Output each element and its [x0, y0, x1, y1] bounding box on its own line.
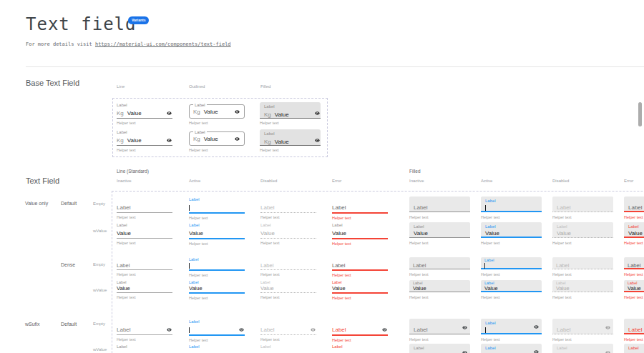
field-input[interactable]: Value	[556, 285, 610, 292]
input-underline	[117, 145, 172, 146]
field-input[interactable]: Label	[413, 262, 467, 269]
field-input[interactable]	[189, 203, 245, 212]
filled-box[interactable]: Label	[481, 319, 542, 334]
outlined-box[interactable]: LabelKgValue	[189, 131, 245, 146]
field-input[interactable]: Value	[189, 285, 245, 292]
visibility-eye-icon[interactable]	[239, 327, 244, 332]
field-input[interactable]: Label	[414, 204, 466, 212]
field-input[interactable]	[485, 204, 537, 212]
field-input[interactable]: Label	[332, 203, 388, 212]
field-input[interactable]: Value	[332, 285, 388, 292]
field-input[interactable]: Value	[117, 285, 172, 292]
field-input[interactable]	[189, 325, 245, 334]
field-mini-label: Label	[189, 344, 245, 350]
field-input[interactable]: Label	[557, 204, 609, 212]
field-input[interactable]: Value	[260, 229, 316, 238]
field-input[interactable]: Value	[628, 285, 644, 292]
filled-box[interactable]: LabelValue	[481, 344, 542, 353]
filled-box[interactable]: Label	[624, 257, 644, 269]
field-input[interactable]: Label	[628, 326, 644, 334]
field-input[interactable]: Value	[189, 229, 245, 238]
field-input[interactable]: Label	[260, 203, 316, 212]
field-input[interactable]: Value	[557, 229, 609, 237]
field-input[interactable]: Label	[260, 325, 316, 334]
filled-box[interactable]: LabelValue	[552, 222, 613, 238]
filled-box[interactable]: LabelValue	[409, 222, 470, 238]
field-input[interactable]: KgValue	[193, 107, 240, 116]
filled-box[interactable]: LabelValue	[552, 280, 613, 292]
filled-box[interactable]: Label	[624, 197, 644, 212]
field-input[interactable]: KgValue	[264, 137, 316, 146]
visibility-eye-icon[interactable]	[311, 327, 316, 332]
visibility-eye-icon[interactable]	[235, 136, 240, 141]
filled-box[interactable]: LabelValue	[624, 280, 644, 292]
field-input[interactable]: Value	[413, 285, 467, 292]
visibility-eye-icon[interactable]	[382, 327, 387, 332]
visibility-eye-icon[interactable]	[167, 138, 172, 143]
field-input[interactable]: Value	[117, 229, 172, 238]
field-input[interactable]: Value	[485, 229, 537, 237]
field-input[interactable]: Value	[332, 229, 388, 238]
filled-box[interactable]: LabelValue	[624, 344, 644, 353]
field-input[interactable]: Value	[484, 285, 538, 292]
filled-box[interactable]: LabelValue	[481, 222, 542, 238]
filled-box[interactable]: LabelValue	[409, 280, 470, 292]
filled-box[interactable]: LabelValue	[624, 222, 644, 238]
field-input[interactable]: Label	[117, 262, 172, 269]
field-input[interactable]: Value	[117, 350, 172, 353]
visibility-eye-icon[interactable]	[534, 324, 539, 329]
field-input[interactable]: Value	[332, 350, 388, 353]
filled-box[interactable]: Label	[481, 197, 542, 212]
field-input[interactable]	[189, 262, 245, 269]
field-input[interactable]: Label	[557, 326, 609, 334]
field-input[interactable]: Label	[628, 262, 644, 269]
filled-box[interactable]: Label	[552, 319, 613, 334]
filled-box[interactable]: LabelKgValue	[260, 102, 321, 119]
docs-link[interactable]: https://material-ui.com/components/text-…	[95, 41, 231, 47]
field-input[interactable]: Value	[260, 350, 316, 353]
field-input[interactable]: Value	[260, 285, 316, 292]
field-input[interactable]: Label	[556, 262, 610, 269]
field-input[interactable]	[485, 326, 537, 334]
visibility-eye-icon[interactable]	[605, 325, 610, 330]
field-input[interactable]: Value	[189, 350, 245, 353]
field-input[interactable]: Label	[117, 325, 172, 334]
visibility-eye-icon[interactable]	[462, 325, 467, 330]
base-text-field-outlined: LabelKgValueHelper text	[189, 129, 245, 153]
field-input[interactable]: KgValue	[193, 134, 240, 144]
visibility-eye-icon[interactable]	[462, 350, 467, 353]
filled-box[interactable]: LabelKgValue	[260, 129, 321, 146]
field-input[interactable]: Label	[260, 262, 316, 269]
filled-box[interactable]: Label	[552, 257, 613, 269]
helper-text: Helper text	[117, 215, 172, 220]
filled-box[interactable]: LabelValue	[552, 344, 613, 353]
outlined-box[interactable]: LabelKgValue	[189, 104, 245, 119]
field-input[interactable]	[484, 262, 538, 269]
filled-box[interactable]: LabelValue	[409, 344, 470, 353]
visibility-eye-icon[interactable]	[605, 350, 610, 353]
visibility-eye-icon[interactable]	[167, 111, 172, 116]
filled-box[interactable]: Label	[552, 197, 613, 212]
field-input[interactable]: KgValue	[117, 109, 172, 118]
visibility-eye-icon[interactable]	[315, 138, 320, 143]
filled-box[interactable]: Label	[624, 319, 644, 334]
visibility-eye-icon[interactable]	[534, 349, 539, 353]
field-input[interactable]: KgValue	[264, 110, 316, 119]
filled-box[interactable]: LabelValue	[481, 280, 542, 292]
filled-box[interactable]: Label	[409, 257, 470, 269]
field-input[interactable]: Label	[628, 204, 644, 212]
visibility-eye-icon[interactable]	[235, 109, 240, 114]
filled-box[interactable]: Label	[481, 257, 542, 269]
field-input[interactable]: Label	[414, 326, 466, 334]
field-input[interactable]: Label	[332, 325, 388, 334]
filled-box[interactable]: Label	[409, 319, 470, 334]
field-input[interactable]: Value	[414, 229, 466, 237]
field-input[interactable]: Label	[332, 262, 388, 269]
visibility-eye-icon[interactable]	[167, 327, 172, 332]
scrollbar-thumb[interactable]	[638, 102, 642, 126]
visibility-eye-icon[interactable]	[315, 111, 320, 116]
field-input[interactable]: KgValue	[117, 136, 172, 145]
field-input[interactable]: Value	[628, 229, 644, 237]
filled-box[interactable]: Label	[409, 197, 470, 212]
field-input[interactable]: Label	[117, 203, 172, 212]
